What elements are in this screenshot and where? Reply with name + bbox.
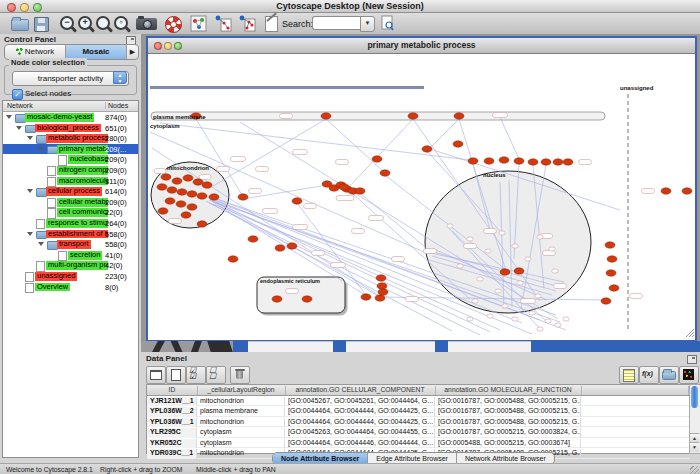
expand-triangle-icon[interactable] [27, 232, 33, 236]
network-node[interactable] [514, 268, 524, 274]
network-node[interactable] [606, 270, 616, 276]
network-node[interactable] [553, 159, 563, 165]
scroll-down-icon[interactable]: ▼ [690, 442, 699, 452]
layout-network-icon[interactable] [214, 15, 234, 32]
network-node[interactable] [181, 212, 191, 218]
small-network-node[interactable] [517, 281, 523, 285]
network-node[interactable] [563, 159, 573, 165]
network-node[interactable] [454, 113, 464, 119]
node-label-pill[interactable] [630, 294, 643, 299]
delete-attribute-trash-icon[interactable] [230, 366, 250, 384]
tree-row-biological-process[interactable]: biological_process651(0) [3, 123, 138, 134]
tree-row-nucleobase-[interactable]: nucleobase-209(0) [3, 154, 138, 165]
node-label-pill[interactable] [280, 114, 293, 119]
node-label-pill[interactable] [217, 167, 230, 172]
small-network-node[interactable] [502, 304, 508, 308]
small-network-node[interactable] [525, 257, 531, 261]
node-color-dropdown[interactable]: transporter activity [12, 71, 129, 86]
search-settings-icon[interactable] [380, 15, 400, 32]
network-node[interactable] [499, 157, 509, 163]
small-network-node[interactable] [477, 277, 483, 281]
node-label-pill[interactable] [554, 284, 567, 289]
table-cell[interactable]: cytoplasm [197, 439, 285, 449]
network-node[interactable] [601, 298, 611, 304]
column-header[interactable]: ID [147, 386, 198, 395]
network-node[interactable] [248, 236, 258, 242]
node-label-pill[interactable] [169, 219, 182, 224]
table-cell[interactable]: [GO:0016787, GO:0005488, GO:0005215, G..… [435, 418, 581, 428]
tree-row-mosaic-demo-yeast[interactable]: mosaic-demo-yeast874(0) [3, 112, 138, 123]
attribute-table-header[interactable]: ID_cellularLayoutRegionannotation.GO CEL… [147, 385, 689, 396]
network-node[interactable] [157, 184, 167, 190]
network-node[interactable] [193, 179, 203, 185]
help-lifesaver-icon[interactable] [164, 15, 184, 32]
node-label-pill[interactable] [493, 113, 508, 118]
small-network-node[interactable] [499, 231, 505, 235]
small-network-node[interactable] [545, 319, 551, 323]
unselect-all-attributes-icon[interactable]: ☐☐ [206, 366, 226, 384]
table-cell[interactable]: plasma membrane [197, 407, 285, 417]
import-attributes-folder-icon[interactable] [659, 366, 679, 384]
network-node[interactable] [661, 188, 671, 194]
node-label-pill[interactable] [293, 150, 308, 155]
tree-row-primary-metabo[interactable]: primary metabo209(... [3, 144, 138, 155]
node-label-pill[interactable] [484, 229, 497, 234]
node-label-pill[interactable] [293, 225, 308, 230]
network-node[interactable] [167, 187, 177, 193]
small-network-node[interactable] [447, 224, 453, 228]
node-label-pill[interactable] [199, 175, 211, 180]
snapshot-camera-icon[interactable] [136, 15, 156, 32]
network-node[interactable] [453, 141, 463, 147]
network-node[interactable] [372, 156, 382, 162]
network-node[interactable] [607, 256, 617, 262]
network-node[interactable] [197, 193, 207, 199]
network-node[interactable] [484, 158, 494, 164]
network-node[interactable] [605, 242, 615, 248]
table-cell[interactable]: [GO:0044464, GO:0044444, GO:0044425, G..… [285, 407, 435, 417]
small-network-node[interactable] [529, 311, 535, 315]
node-label-pill[interactable] [286, 289, 299, 294]
save-session-icon[interactable] [32, 15, 52, 32]
small-network-node[interactable] [512, 317, 518, 321]
search-input[interactable] [312, 16, 363, 30]
expand-triangle-icon[interactable] [16, 126, 22, 130]
small-network-node[interactable] [457, 264, 463, 268]
node-label-pill[interactable] [331, 263, 346, 268]
small-network-node[interactable] [487, 314, 493, 318]
node-color-dropdown-arrows-icon[interactable]: ▲▼ [113, 71, 127, 84]
node-label-pill[interactable] [392, 257, 405, 262]
network-node[interactable] [528, 159, 538, 165]
network-node[interactable] [292, 198, 302, 204]
network-node[interactable] [202, 182, 212, 188]
zoom-fit-icon[interactable] [94, 15, 114, 32]
network-node[interactable] [158, 208, 168, 214]
tree-row-cellular-metabo[interactable]: cellular metabo209(0) [3, 197, 138, 208]
network-view-titlebar[interactable]: primary metabolic process [148, 38, 695, 54]
tree-row-macromolecule[interactable]: macromolecule311(0) [3, 176, 138, 187]
network-node[interactable] [161, 174, 171, 180]
expand-triangle-icon[interactable] [6, 115, 12, 119]
network-node[interactable] [287, 243, 297, 249]
table-row[interactable]: YLR295Ccytoplasm[GO:0045263, GO:0044464,… [147, 427, 689, 438]
table-row[interactable]: YKR052Ccytoplasm[GO:0044464, GO:0044446,… [147, 438, 689, 449]
small-network-node[interactable] [535, 294, 541, 298]
network-node[interactable] [408, 113, 418, 119]
network-node[interactable] [514, 158, 524, 164]
network-node[interactable] [172, 178, 182, 184]
table-cell[interactable]: mitochondrion [197, 397, 285, 407]
network-merge-icon[interactable] [238, 15, 258, 32]
network-node[interactable] [609, 285, 619, 291]
small-network-node[interactable] [512, 244, 518, 248]
table-scrollbar[interactable]: ▲ ▼ [689, 384, 700, 454]
tree-row-overview[interactable]: Overview8(0) [3, 282, 138, 293]
node-label-pill[interactable] [154, 169, 166, 174]
small-network-node[interactable] [555, 323, 561, 327]
network-node[interactable] [209, 194, 219, 200]
network-node[interactable] [339, 184, 349, 190]
expand-triangle-icon[interactable] [27, 189, 33, 193]
expand-triangle-icon[interactable] [38, 147, 44, 151]
table-cell[interactable]: [GO:0016787, GO:0005488, GO:0005215, G..… [435, 407, 581, 417]
small-network-node[interactable] [549, 247, 555, 251]
small-network-node[interactable] [552, 269, 558, 273]
search-dropdown-icon[interactable]: ▼ [360, 16, 375, 32]
